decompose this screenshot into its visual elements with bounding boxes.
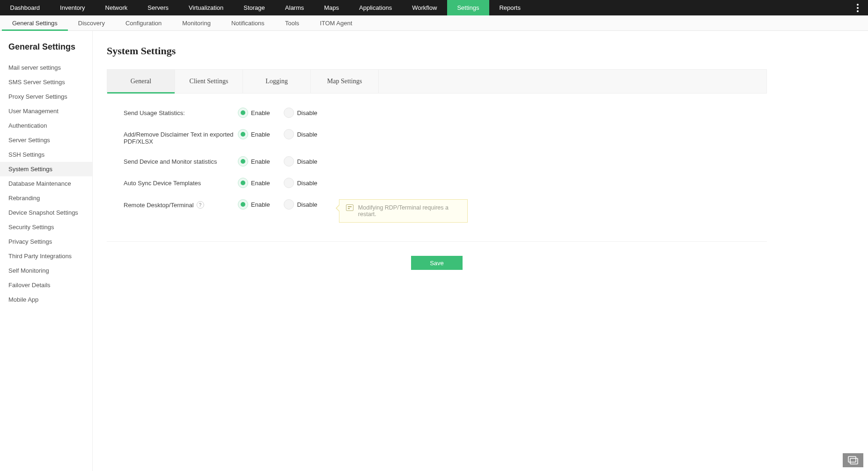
nav-item-storage[interactable]: Storage bbox=[234, 0, 275, 15]
radio-button[interactable] bbox=[238, 199, 248, 210]
radio-option-enable[interactable]: Enable bbox=[238, 178, 279, 188]
sidebar-item-privacy-settings[interactable]: Privacy Settings bbox=[0, 234, 92, 249]
nav-item-workflow[interactable]: Workflow bbox=[402, 0, 447, 15]
sidebar-item-rebranding[interactable]: Rebranding bbox=[0, 191, 92, 205]
subnav-item-discovery[interactable]: Discovery bbox=[68, 15, 115, 30]
sidebar-item-mail-server-settings[interactable]: Mail server settings bbox=[0, 60, 92, 75]
sub-nav: General SettingsDiscoveryConfigurationMo… bbox=[0, 15, 868, 31]
nav-item-reports[interactable]: Reports bbox=[489, 0, 531, 15]
sidebar-item-mobile-app[interactable]: Mobile App bbox=[0, 292, 92, 307]
help-icon[interactable]: ? bbox=[197, 201, 204, 209]
radio-label: Enable bbox=[251, 131, 270, 138]
more-menu-button[interactable] bbox=[854, 0, 861, 15]
radio-option-disable[interactable]: Disable bbox=[284, 178, 326, 188]
tab-client-settings[interactable]: Client Settings bbox=[175, 70, 243, 93]
nav-item-alarms[interactable]: Alarms bbox=[275, 0, 314, 15]
sidebar-item-security-settings[interactable]: Security Settings bbox=[0, 220, 92, 234]
radio-group: EnableDisable bbox=[238, 129, 327, 139]
sidebar-item-database-maintenance[interactable]: Database Maintenance bbox=[0, 176, 92, 191]
nav-item-network[interactable]: Network bbox=[95, 0, 138, 15]
subnav-item-notifications[interactable]: Notifications bbox=[221, 15, 275, 30]
subnav-item-itom-agent[interactable]: ITOM Agent bbox=[309, 15, 362, 30]
radio-label: Disable bbox=[297, 158, 317, 165]
radio-label: Disable bbox=[297, 180, 317, 187]
setting-row: Auto Sync Device TemplatesEnableDisable bbox=[124, 172, 767, 194]
setting-label: Remote Desktop/Terminal? bbox=[124, 199, 238, 209]
sidebar-item-failover-details[interactable]: Failover Details bbox=[0, 278, 92, 292]
nav-item-maps[interactable]: Maps bbox=[314, 0, 349, 15]
radio-option-disable[interactable]: Disable bbox=[284, 156, 326, 167]
tab-logging[interactable]: Logging bbox=[243, 70, 311, 93]
nav-item-settings[interactable]: Settings bbox=[447, 0, 489, 15]
top-nav: DashboardInventoryNetworkServersVirtuali… bbox=[0, 0, 868, 15]
nav-item-dashboard[interactable]: Dashboard bbox=[0, 0, 50, 15]
setting-label-text: Send Device and Monitor statistics bbox=[124, 158, 217, 165]
main-panel: System Settings GeneralClient SettingsLo… bbox=[93, 31, 781, 471]
feedback-icon bbox=[848, 456, 858, 464]
setting-label-text: Add/Remove Disclaimer Text in exported P… bbox=[124, 131, 238, 145]
setting-row: Send Usage Statistics:EnableDisable bbox=[124, 102, 767, 123]
sidebar-item-server-settings[interactable]: Server Settings bbox=[0, 133, 92, 147]
radio-button[interactable] bbox=[238, 108, 248, 118]
info-callout: Modifying RDP/Terminal requires a restar… bbox=[339, 199, 468, 223]
radio-label: Enable bbox=[251, 109, 270, 116]
tab-general[interactable]: General bbox=[107, 70, 175, 93]
callout-icon bbox=[346, 204, 353, 211]
nav-item-virtualization[interactable]: Virtualization bbox=[179, 0, 234, 15]
radio-option-enable[interactable]: Enable bbox=[238, 129, 279, 139]
sidebar-item-self-monitoring[interactable]: Self Monitoring bbox=[0, 263, 92, 278]
subnav-item-tools[interactable]: Tools bbox=[275, 15, 309, 30]
subnav-item-monitoring[interactable]: Monitoring bbox=[172, 15, 221, 30]
radio-button[interactable] bbox=[284, 108, 294, 118]
radio-option-enable[interactable]: Enable bbox=[238, 199, 279, 210]
radio-button[interactable] bbox=[238, 129, 248, 139]
tab-map-settings[interactable]: Map Settings bbox=[311, 70, 379, 93]
callout-text: Modifying RDP/Terminal requires a restar… bbox=[358, 204, 461, 217]
radio-option-enable[interactable]: Enable bbox=[238, 108, 279, 118]
radio-button[interactable] bbox=[238, 178, 248, 188]
page-title: System Settings bbox=[107, 45, 767, 57]
radio-label: Enable bbox=[251, 180, 270, 187]
setting-row: Remote Desktop/Terminal?EnableDisableMod… bbox=[124, 194, 767, 228]
divider bbox=[107, 241, 767, 242]
save-button[interactable]: Save bbox=[411, 256, 463, 270]
radio-label: Enable bbox=[251, 158, 270, 165]
settings-tabs: GeneralClient SettingsLoggingMap Setting… bbox=[107, 69, 767, 94]
setting-label: Send Usage Statistics: bbox=[124, 108, 238, 116]
sidebar-item-sms-server-settings[interactable]: SMS Server Settings bbox=[0, 75, 92, 89]
radio-button[interactable] bbox=[284, 178, 294, 188]
sidebar: General Settings Mail server settingsSMS… bbox=[0, 31, 93, 471]
nav-item-servers[interactable]: Servers bbox=[138, 0, 179, 15]
radio-group: EnableDisable bbox=[238, 156, 327, 167]
nav-item-inventory[interactable]: Inventory bbox=[50, 0, 95, 15]
sidebar-item-system-settings[interactable]: System Settings bbox=[0, 162, 92, 176]
radio-group: EnableDisable bbox=[238, 108, 327, 118]
sidebar-heading: General Settings bbox=[8, 42, 92, 52]
sidebar-item-ssh-settings[interactable]: SSH Settings bbox=[0, 147, 92, 162]
subnav-item-configuration[interactable]: Configuration bbox=[115, 15, 172, 30]
radio-option-disable[interactable]: Disable bbox=[284, 129, 326, 139]
sidebar-item-proxy-server-settings[interactable]: Proxy Server Settings bbox=[0, 89, 92, 104]
radio-button[interactable] bbox=[284, 129, 294, 139]
radio-label: Disable bbox=[297, 109, 317, 116]
setting-label: Auto Sync Device Templates bbox=[124, 178, 238, 187]
sidebar-item-user-management[interactable]: User Management bbox=[0, 104, 92, 118]
radio-button[interactable] bbox=[238, 156, 248, 167]
radio-option-disable[interactable]: Disable bbox=[284, 199, 326, 210]
feedback-button[interactable] bbox=[843, 453, 863, 467]
radio-button[interactable] bbox=[284, 156, 294, 167]
radio-option-enable[interactable]: Enable bbox=[238, 156, 279, 167]
setting-row: Add/Remove Disclaimer Text in exported P… bbox=[124, 123, 767, 151]
radio-group: EnableDisable bbox=[238, 199, 327, 210]
radio-option-disable[interactable]: Disable bbox=[284, 108, 326, 118]
sidebar-item-authentication[interactable]: Authentication bbox=[0, 118, 92, 133]
sidebar-item-device-snapshot-settings[interactable]: Device Snapshot Settings bbox=[0, 205, 92, 220]
subnav-item-general-settings[interactable]: General Settings bbox=[2, 15, 68, 30]
setting-label-text: Auto Sync Device Templates bbox=[124, 180, 201, 187]
nav-item-applications[interactable]: Applications bbox=[349, 0, 402, 15]
radio-label: Disable bbox=[297, 201, 317, 208]
radio-button[interactable] bbox=[284, 199, 294, 210]
setting-label-text: Send Usage Statistics: bbox=[124, 109, 185, 116]
setting-label: Send Device and Monitor statistics bbox=[124, 156, 238, 165]
sidebar-item-third-party-integrations[interactable]: Third Party Integrations bbox=[0, 249, 92, 263]
